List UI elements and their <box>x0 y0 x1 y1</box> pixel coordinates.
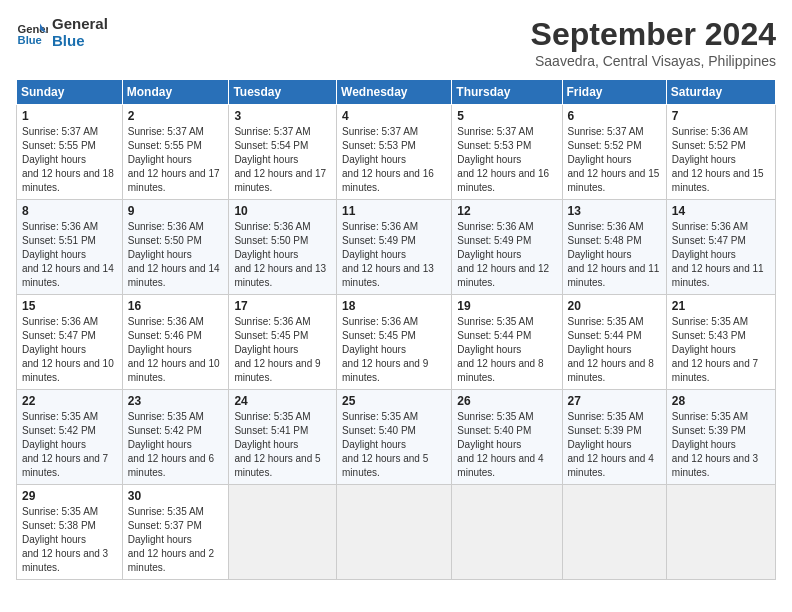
calendar-cell: 19 Sunrise: 5:35 AMSunset: 5:44 PMDaylig… <box>452 295 562 390</box>
day-info: Sunrise: 5:35 AMSunset: 5:39 PMDaylight … <box>568 411 654 478</box>
day-info: Sunrise: 5:36 AMSunset: 5:51 PMDaylight … <box>22 221 114 288</box>
calendar-cell: 27 Sunrise: 5:35 AMSunset: 5:39 PMDaylig… <box>562 390 666 485</box>
day-number: 12 <box>457 204 556 218</box>
day-info: Sunrise: 5:36 AMSunset: 5:46 PMDaylight … <box>128 316 220 383</box>
day-number: 18 <box>342 299 446 313</box>
day-info: Sunrise: 5:37 AMSunset: 5:54 PMDaylight … <box>234 126 326 193</box>
header: General Blue General Blue September 2024… <box>16 16 776 69</box>
day-number: 22 <box>22 394 117 408</box>
day-number: 7 <box>672 109 770 123</box>
calendar-cell: 4 Sunrise: 5:37 AMSunset: 5:53 PMDayligh… <box>337 105 452 200</box>
title-area: September 2024 Saavedra, Central Visayas… <box>531 16 776 69</box>
day-info: Sunrise: 5:35 AMSunset: 5:41 PMDaylight … <box>234 411 320 478</box>
day-number: 14 <box>672 204 770 218</box>
calendar-cell: 1 Sunrise: 5:37 AMSunset: 5:55 PMDayligh… <box>17 105 123 200</box>
day-info: Sunrise: 5:36 AMSunset: 5:49 PMDaylight … <box>342 221 434 288</box>
week-row: 8 Sunrise: 5:36 AMSunset: 5:51 PMDayligh… <box>17 200 776 295</box>
calendar-cell: 20 Sunrise: 5:35 AMSunset: 5:44 PMDaylig… <box>562 295 666 390</box>
day-info: Sunrise: 5:37 AMSunset: 5:55 PMDaylight … <box>22 126 114 193</box>
day-number: 17 <box>234 299 331 313</box>
day-info: Sunrise: 5:35 AMSunset: 5:40 PMDaylight … <box>342 411 428 478</box>
calendar-cell: 21 Sunrise: 5:35 AMSunset: 5:43 PMDaylig… <box>666 295 775 390</box>
day-info: Sunrise: 5:36 AMSunset: 5:50 PMDaylight … <box>128 221 220 288</box>
day-info: Sunrise: 5:37 AMSunset: 5:53 PMDaylight … <box>342 126 434 193</box>
calendar-title: September 2024 <box>531 16 776 53</box>
day-number: 11 <box>342 204 446 218</box>
calendar-cell: 23 Sunrise: 5:35 AMSunset: 5:42 PMDaylig… <box>122 390 229 485</box>
calendar-cell <box>337 485 452 580</box>
day-number: 1 <box>22 109 117 123</box>
header-saturday: Saturday <box>666 80 775 105</box>
day-number: 3 <box>234 109 331 123</box>
day-number: 10 <box>234 204 331 218</box>
calendar-cell: 5 Sunrise: 5:37 AMSunset: 5:53 PMDayligh… <box>452 105 562 200</box>
day-number: 27 <box>568 394 661 408</box>
header-monday: Monday <box>122 80 229 105</box>
week-row: 15 Sunrise: 5:36 AMSunset: 5:47 PMDaylig… <box>17 295 776 390</box>
calendar-cell: 13 Sunrise: 5:36 AMSunset: 5:48 PMDaylig… <box>562 200 666 295</box>
calendar-cell: 11 Sunrise: 5:36 AMSunset: 5:49 PMDaylig… <box>337 200 452 295</box>
header-thursday: Thursday <box>452 80 562 105</box>
header-friday: Friday <box>562 80 666 105</box>
day-info: Sunrise: 5:37 AMSunset: 5:55 PMDaylight … <box>128 126 220 193</box>
day-number: 19 <box>457 299 556 313</box>
calendar-cell: 29 Sunrise: 5:35 AMSunset: 5:38 PMDaylig… <box>17 485 123 580</box>
calendar-cell: 24 Sunrise: 5:35 AMSunset: 5:41 PMDaylig… <box>229 390 337 485</box>
calendar-cell: 30 Sunrise: 5:35 AMSunset: 5:37 PMDaylig… <box>122 485 229 580</box>
calendar-cell <box>452 485 562 580</box>
day-number: 5 <box>457 109 556 123</box>
day-info: Sunrise: 5:35 AMSunset: 5:43 PMDaylight … <box>672 316 758 383</box>
calendar-table: Sunday Monday Tuesday Wednesday Thursday… <box>16 79 776 580</box>
day-info: Sunrise: 5:36 AMSunset: 5:45 PMDaylight … <box>234 316 320 383</box>
day-number: 4 <box>342 109 446 123</box>
week-row: 29 Sunrise: 5:35 AMSunset: 5:38 PMDaylig… <box>17 485 776 580</box>
calendar-cell: 12 Sunrise: 5:36 AMSunset: 5:49 PMDaylig… <box>452 200 562 295</box>
day-info: Sunrise: 5:36 AMSunset: 5:47 PMDaylight … <box>22 316 114 383</box>
logo-icon: General Blue <box>16 17 48 49</box>
day-number: 29 <box>22 489 117 503</box>
day-number: 2 <box>128 109 224 123</box>
day-number: 21 <box>672 299 770 313</box>
day-number: 28 <box>672 394 770 408</box>
calendar-cell: 6 Sunrise: 5:37 AMSunset: 5:52 PMDayligh… <box>562 105 666 200</box>
calendar-cell <box>666 485 775 580</box>
calendar-cell <box>229 485 337 580</box>
day-number: 16 <box>128 299 224 313</box>
logo-blue: Blue <box>52 33 108 50</box>
calendar-cell: 17 Sunrise: 5:36 AMSunset: 5:45 PMDaylig… <box>229 295 337 390</box>
day-info: Sunrise: 5:35 AMSunset: 5:44 PMDaylight … <box>457 316 543 383</box>
calendar-cell: 18 Sunrise: 5:36 AMSunset: 5:45 PMDaylig… <box>337 295 452 390</box>
day-number: 9 <box>128 204 224 218</box>
day-number: 15 <box>22 299 117 313</box>
calendar-cell: 25 Sunrise: 5:35 AMSunset: 5:40 PMDaylig… <box>337 390 452 485</box>
day-number: 23 <box>128 394 224 408</box>
calendar-cell: 8 Sunrise: 5:36 AMSunset: 5:51 PMDayligh… <box>17 200 123 295</box>
day-number: 6 <box>568 109 661 123</box>
day-info: Sunrise: 5:36 AMSunset: 5:48 PMDaylight … <box>568 221 660 288</box>
day-info: Sunrise: 5:36 AMSunset: 5:47 PMDaylight … <box>672 221 764 288</box>
day-number: 13 <box>568 204 661 218</box>
header-sunday: Sunday <box>17 80 123 105</box>
day-info: Sunrise: 5:35 AMSunset: 5:42 PMDaylight … <box>128 411 214 478</box>
calendar-cell: 3 Sunrise: 5:37 AMSunset: 5:54 PMDayligh… <box>229 105 337 200</box>
calendar-cell: 16 Sunrise: 5:36 AMSunset: 5:46 PMDaylig… <box>122 295 229 390</box>
calendar-cell: 22 Sunrise: 5:35 AMSunset: 5:42 PMDaylig… <box>17 390 123 485</box>
header-wednesday: Wednesday <box>337 80 452 105</box>
calendar-cell: 28 Sunrise: 5:35 AMSunset: 5:39 PMDaylig… <box>666 390 775 485</box>
day-info: Sunrise: 5:35 AMSunset: 5:40 PMDaylight … <box>457 411 543 478</box>
day-number: 30 <box>128 489 224 503</box>
svg-text:Blue: Blue <box>18 34 42 46</box>
day-info: Sunrise: 5:35 AMSunset: 5:44 PMDaylight … <box>568 316 654 383</box>
day-number: 26 <box>457 394 556 408</box>
day-info: Sunrise: 5:35 AMSunset: 5:38 PMDaylight … <box>22 506 108 573</box>
day-info: Sunrise: 5:35 AMSunset: 5:42 PMDaylight … <box>22 411 108 478</box>
calendar-cell: 14 Sunrise: 5:36 AMSunset: 5:47 PMDaylig… <box>666 200 775 295</box>
calendar-cell <box>562 485 666 580</box>
calendar-cell: 9 Sunrise: 5:36 AMSunset: 5:50 PMDayligh… <box>122 200 229 295</box>
header-tuesday: Tuesday <box>229 80 337 105</box>
day-info: Sunrise: 5:37 AMSunset: 5:52 PMDaylight … <box>568 126 660 193</box>
day-info: Sunrise: 5:36 AMSunset: 5:49 PMDaylight … <box>457 221 549 288</box>
logo-general: General <box>52 16 108 33</box>
day-number: 20 <box>568 299 661 313</box>
calendar-cell: 10 Sunrise: 5:36 AMSunset: 5:50 PMDaylig… <box>229 200 337 295</box>
